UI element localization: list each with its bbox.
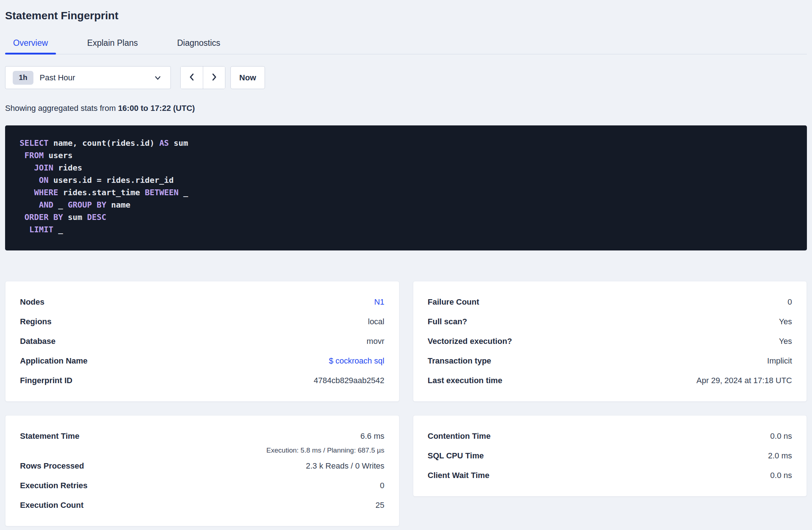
application-name-link[interactable]: $ cockroach sql xyxy=(329,356,385,366)
stat-row: Transaction type Implicit xyxy=(428,351,792,371)
stat-row: SQL CPU Time 2.0 ms xyxy=(428,446,792,466)
stat-row: Application Name $ cockroach sql xyxy=(20,351,385,371)
sql-line: ON users.id = rides.rider_id xyxy=(20,174,792,186)
stat-row: Regions local xyxy=(20,312,385,332)
stat-value: 25 xyxy=(375,501,384,510)
sql-line: AND _ GROUP BY name xyxy=(20,199,792,211)
tab-diagnostics[interactable]: Diagnostics xyxy=(169,33,228,54)
stat-row: Client Wait Time 0.0 ns xyxy=(428,466,792,485)
stat-label: Nodes xyxy=(20,297,44,307)
stat-label: Regions xyxy=(20,317,52,326)
chevron-left-icon xyxy=(187,72,197,83)
stat-value: local xyxy=(368,317,384,326)
stat-label: Failure Count xyxy=(428,297,479,307)
stat-row: Contention Time 0.0 ns xyxy=(428,426,792,446)
next-time-button[interactable] xyxy=(203,67,225,89)
statement-time-breakdown: Execution: 5.8 ms / Planning: 687.5 µs xyxy=(266,446,385,455)
page-title: Statement Fingerprint xyxy=(5,9,807,23)
tab-bar: Overview Explain Plans Diagnostics xyxy=(5,33,807,55)
stat-label: Transaction type xyxy=(428,356,491,366)
sql-line: LIMIT _ xyxy=(20,224,792,236)
sql-line: WHERE rides.start_time BETWEEN _ xyxy=(20,186,792,199)
stat-row: Rows Processed 2.3 k Reads / 0 Writes xyxy=(20,456,385,476)
stat-value: 0 xyxy=(380,481,384,490)
stat-label: Rows Processed xyxy=(20,461,84,471)
prev-time-button[interactable] xyxy=(181,67,203,89)
stat-row: Statement Time 6.6 ms Execution: 5.8 ms … xyxy=(20,426,385,456)
stat-label: Vectorized execution? xyxy=(428,337,512,346)
stat-value: 0.0 ns xyxy=(770,431,792,441)
execution-attributes-card: Failure Count 0 Full scan? Yes Vectorize… xyxy=(413,281,807,402)
fingerprint-id-value: 4784cb829aab2542 xyxy=(314,376,385,385)
tab-overview[interactable]: Overview xyxy=(5,33,56,54)
stats-summary-range: 16:00 to 17:22 (UTC) xyxy=(118,104,195,113)
stat-label: Client Wait Time xyxy=(428,471,490,480)
sql-line: JOIN rides xyxy=(20,162,792,174)
stat-value: 2.0 ms xyxy=(768,451,792,461)
stat-row: Nodes N1 xyxy=(20,292,385,312)
sql-line: FROM users xyxy=(20,149,792,162)
node-link[interactable]: N1 xyxy=(374,297,384,307)
sql-statement-block: SELECT name, count(rides.id) AS sum FROM… xyxy=(5,125,807,250)
stat-label: Contention Time xyxy=(428,431,491,441)
stat-row: Fingerprint ID 4784cb829aab2542 xyxy=(20,371,385,390)
statement-details-card: Nodes N1 Regions local Database movr App… xyxy=(5,281,399,402)
stat-value: 6.6 ms xyxy=(360,426,384,446)
stat-row: Full scan? Yes xyxy=(428,312,792,332)
time-controls: 1h Past Hour Now xyxy=(5,66,807,89)
time-range-select[interactable]: 1h Past Hour xyxy=(5,66,171,89)
stat-value: Yes xyxy=(779,337,792,346)
stat-label: Database xyxy=(20,337,56,346)
stat-value: movr xyxy=(367,337,385,346)
stat-label: Full scan? xyxy=(428,317,467,326)
time-range-label: Past Hour xyxy=(40,73,75,83)
stat-row: Failure Count 0 xyxy=(428,292,792,312)
stat-row: Last execution time Apr 29, 2024 at 17:1… xyxy=(428,371,792,390)
statement-time-card: Statement Time 6.6 ms Execution: 5.8 ms … xyxy=(5,415,399,526)
stat-label: Execution Count xyxy=(20,501,84,510)
stat-label: Last execution time xyxy=(428,376,502,385)
stat-value: 0.0 ns xyxy=(770,471,792,480)
stat-row: Execution Count 25 xyxy=(20,495,385,515)
stat-row: Execution Retries 0 xyxy=(20,476,385,495)
stat-row: Vectorized execution? Yes xyxy=(428,332,792,351)
stat-value: Yes xyxy=(779,317,792,326)
aggregated-stats-summary: Showing aggregated stats from 16:00 to 1… xyxy=(5,104,807,113)
wait-time-card: Contention Time 0.0 ns SQL CPU Time 2.0 … xyxy=(413,415,807,497)
stat-label: SQL CPU Time xyxy=(428,451,484,461)
performance-cards-row: Statement Time 6.6 ms Execution: 5.8 ms … xyxy=(5,415,807,526)
last-execution-time-value: Apr 29, 2024 at 17:18 UTC xyxy=(696,376,792,385)
stat-value: 2.3 k Reads / 0 Writes xyxy=(306,461,384,471)
stat-value: Implicit xyxy=(767,356,792,366)
time-range-badge: 1h xyxy=(13,71,33,85)
time-nav-group xyxy=(180,66,225,89)
stat-row: Database movr xyxy=(20,332,385,351)
sql-line: ORDER BY sum DESC xyxy=(20,211,792,224)
sql-line: SELECT name, count(rides.id) AS sum xyxy=(20,137,792,149)
statement-time-values: 6.6 ms Execution: 5.8 ms / Planning: 687… xyxy=(266,426,385,455)
now-button[interactable]: Now xyxy=(230,66,265,89)
stat-value: 0 xyxy=(788,297,792,307)
stats-summary-prefix: Showing aggregated stats from xyxy=(5,104,118,113)
stat-label: Application Name xyxy=(20,356,88,366)
stat-label: Fingerprint ID xyxy=(20,376,72,385)
chevron-right-icon xyxy=(209,72,219,83)
stat-label: Statement Time xyxy=(20,426,79,446)
tab-explain-plans[interactable]: Explain Plans xyxy=(79,33,146,54)
overview-cards-row: Nodes N1 Regions local Database movr App… xyxy=(5,281,807,402)
statement-fingerprint-page: Statement Fingerprint Overview Explain P… xyxy=(0,0,812,526)
stat-label: Execution Retries xyxy=(20,481,88,490)
chevron-down-icon xyxy=(153,73,162,83)
